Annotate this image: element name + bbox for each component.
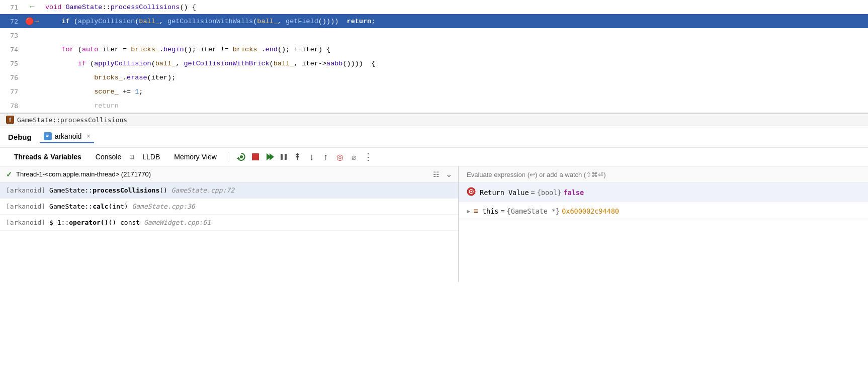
frame-2-file: GameWidget.cpp:61	[144, 219, 211, 226]
svg-point-12	[471, 191, 472, 193]
toolbar-tabs: Threads & Variables Console ⊡ LLDB Memor…	[8, 151, 223, 163]
frame-2-func: $_1::operator()() const	[49, 219, 140, 226]
this-var-icon: ≡	[473, 206, 478, 216]
debug-tab-label: arkanoid	[55, 132, 82, 140]
stack-frame-1[interactable]: [arkanoid] GameState::calc(int) GameStat…	[0, 199, 458, 215]
frame-0-module: [arkanoid]	[6, 187, 49, 194]
code-line-75: 75 if (applyCollision(ball_, getCollisio…	[0, 56, 868, 70]
svg-rect-1	[46, 135, 49, 136]
mute-breakpoints-button[interactable]: ⌀	[348, 151, 360, 163]
debug-content: ✓ Thread-1-<com.apple.main-thread> (2171…	[0, 166, 868, 282]
breakpoint-icon: 🔴	[25, 17, 34, 26]
filter-icon[interactable]: ☷	[433, 170, 440, 178]
evaluate-header[interactable]: Evaluate expression (↩) or add a watch (…	[459, 166, 868, 183]
evaluate-hint-text: Evaluate expression (↩) or add a watch (…	[467, 171, 606, 178]
return-value-label: Return Value	[480, 189, 529, 197]
svg-rect-5	[252, 153, 259, 160]
function-badge: f	[6, 116, 14, 124]
more-actions-button[interactable]: ⋮	[362, 151, 374, 163]
tab-memory-view[interactable]: Memory View	[168, 151, 223, 163]
line-number-78: 78	[0, 102, 23, 110]
return-value-operator: =	[531, 189, 535, 197]
threads-panel: ✓ Thread-1-<com.apple.main-thread> (2171…	[0, 166, 459, 282]
frame-1-file: GameState.cpp:36	[132, 203, 195, 210]
stack-frame-2[interactable]: [arkanoid] $_1::operator()() const GameW…	[0, 215, 458, 231]
terminal-icon: ⊡	[129, 153, 134, 160]
code-line-77: 77 score_ += 1;	[0, 84, 868, 99]
pause-button[interactable]	[278, 151, 290, 163]
debug-tab-close-button[interactable]: ×	[86, 133, 90, 140]
variables-panel: Evaluate expression (↩) or add a watch (…	[459, 166, 868, 282]
rerun-button[interactable]	[235, 151, 247, 163]
svg-rect-8	[281, 154, 283, 160]
threads-header: ✓ Thread-1-<com.apple.main-thread> (2171…	[0, 166, 458, 182]
line-content-74: for (auto iter = bricks_.begin(); iter !…	[41, 46, 868, 53]
tab-threads-variables[interactable]: Threads & Variables	[8, 151, 88, 163]
svg-point-4	[240, 155, 243, 158]
tab-lldb-container: ⊡ LLDB	[129, 151, 166, 163]
this-operator: =	[500, 207, 504, 215]
step-out-button[interactable]: ↑	[320, 151, 332, 163]
line-content-71: void GameState::processCollisions() {	[41, 4, 868, 11]
line-gutter-71: ←	[23, 3, 41, 12]
code-line-78: 78 return	[0, 99, 868, 113]
frame-1-module: [arkanoid]	[6, 203, 49, 210]
expand-arrow-icon: ▶	[467, 208, 470, 215]
this-value: 0x600002c94480	[562, 207, 619, 215]
code-line-73: 73	[0, 28, 868, 42]
arrow-right-icon: →	[35, 17, 39, 25]
step-over-button[interactable]: ↟	[292, 151, 304, 163]
this-label: this	[482, 207, 499, 215]
debug-tab-icon	[44, 132, 52, 140]
line-number-71: 71	[0, 4, 23, 11]
return-value-icon	[467, 187, 476, 198]
frame-0-func: GameState::processCollisions()	[49, 187, 167, 194]
code-line-72: 72 🔴 → if (applyCollision(ball_, getColl…	[0, 14, 868, 28]
stop-button[interactable]	[249, 151, 262, 163]
toolbar-separator-1	[229, 152, 229, 162]
thread-dropdown-icon[interactable]: ⌄	[446, 169, 452, 179]
svg-rect-9	[285, 154, 287, 160]
line-number-74: 74	[0, 46, 23, 53]
svg-marker-3	[237, 157, 240, 159]
frame-0-file: GameState.cpp:72	[171, 187, 234, 194]
debug-header: Debug arkanoid ×	[0, 126, 868, 148]
debug-toolbar: Threads & Variables Console ⊡ LLDB Memor…	[0, 148, 868, 166]
thread-checkmark-icon: ✓	[6, 170, 12, 178]
line-content-72: if (applyCollision(ball_, getCollisionWi…	[41, 18, 868, 25]
return-value-type: {bool}	[537, 189, 562, 197]
frame-1-func: GameState::calc(int)	[49, 203, 128, 210]
line-number-77: 77	[0, 88, 23, 96]
resume-button[interactable]	[264, 151, 276, 163]
toolbar-debug-buttons: ↟ ↓ ↑ ◎ ⌀ ⋮	[235, 151, 374, 163]
this-type: {GameState *}	[507, 207, 560, 215]
step-into-button[interactable]: ↓	[306, 151, 318, 163]
arrow-left-icon: ←	[30, 3, 35, 12]
function-bar: f GameState::processCollisions	[0, 113, 868, 126]
line-content-78: return	[41, 102, 868, 110]
debug-tab-arkanoid[interactable]: arkanoid ×	[40, 130, 95, 143]
selected-thread-name: Thread-1-<com.apple.main-thread> (217177…	[16, 170, 429, 178]
tab-console[interactable]: Console	[90, 151, 127, 163]
line-number-72: 72	[0, 18, 23, 25]
stack-frame-0[interactable]: [arkanoid] GameState::processCollisions(…	[0, 182, 458, 199]
code-line-74: 74 for (auto iter = bricks_.begin(); ite…	[0, 42, 868, 56]
code-line-76: 76 bricks_.erase(iter);	[0, 70, 868, 84]
svg-rect-2	[46, 136, 48, 137]
line-gutter-72: 🔴 →	[23, 17, 41, 26]
line-content-77: score_ += 1;	[41, 88, 868, 96]
debug-title: Debug	[8, 133, 32, 141]
tab-lldb[interactable]: LLDB	[136, 151, 166, 163]
line-content-75: if (applyCollision(ball_, getCollisionWi…	[41, 60, 868, 67]
function-name: GameState::processCollisions	[17, 116, 127, 124]
line-number-73: 73	[0, 32, 23, 39]
svg-marker-7	[270, 153, 274, 160]
return-value-value: false	[563, 189, 584, 197]
frame-2-module: [arkanoid]	[6, 219, 49, 226]
line-content-76: bricks_.erase(iter);	[41, 74, 868, 81]
line-number-76: 76	[0, 74, 23, 81]
run-to-cursor-button[interactable]: ◎	[334, 151, 346, 163]
var-return-value: Return Value = {bool} false	[459, 183, 868, 202]
code-line-71: 71 ← void GameState::processCollisions()…	[0, 0, 868, 14]
var-this-pointer[interactable]: ▶ ≡ this = {GameState *} 0x600002c94480	[459, 202, 868, 220]
